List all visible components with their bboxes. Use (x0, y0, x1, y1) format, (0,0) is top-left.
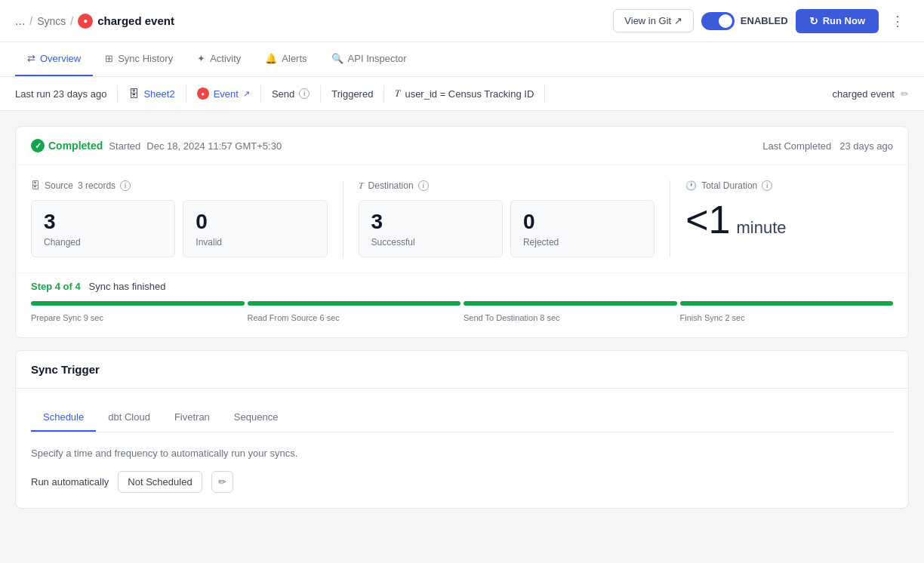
last-completed-ago: 23 days ago (839, 140, 893, 152)
destination-stats: 𝑇 Destination i 3 Successful 0 Rejected (343, 180, 670, 257)
sub-tab-fivetran[interactable]: Fivetran (162, 404, 222, 432)
step-label-1: Prepare Sync 9 sec (31, 313, 245, 322)
trigger-info: Triggered (321, 85, 384, 103)
changed-stat: 3 Changed (31, 200, 175, 257)
source-label: Source (45, 180, 73, 191)
trigger-sub-tabs: Schedule dbt Cloud Fivetran Sequence (31, 404, 893, 432)
last-run-info: Last run 23 days ago (15, 85, 118, 103)
edit-icon[interactable]: ✏ (901, 88, 909, 100)
check-icon: ✓ (31, 139, 45, 152)
duration-display: <1 minute (685, 200, 893, 239)
activity-icon: ✦ (197, 53, 205, 64)
steps-section: Step 4 of 4 Sync has finished (16, 272, 908, 337)
progress-bar-2 (248, 301, 461, 306)
progress-bar-1 (31, 301, 245, 306)
tab-api-inspector[interactable]: 🔍 API Inspector (319, 42, 419, 76)
duration-value: <1 (685, 200, 730, 239)
topbar-actions: View in Git ↗ ENABLED ↻ Run Now ⋮ (613, 8, 909, 34)
step-label-2: Read From Source 6 sec (248, 313, 461, 322)
progress-bars (31, 301, 893, 306)
step-indicator: Step 4 of 4 (31, 281, 81, 292)
duration-info-icon[interactable]: i (762, 180, 772, 191)
destination-label: Destination (368, 180, 414, 191)
edit-schedule-button[interactable]: ✏ (211, 471, 233, 493)
destination-link[interactable]: Event (214, 88, 239, 100)
dest-dest-icon: 𝑇 (359, 180, 364, 191)
completed-header: ✓ Completed Started Dec 18, 2024 11:57 G… (16, 127, 908, 165)
sync-status-icon: ● (78, 14, 93, 29)
source-title: 🗄 Source 3 records i (31, 180, 328, 191)
page-title: charged event (97, 14, 174, 27)
destination-info-icon[interactable]: i (418, 180, 429, 191)
source-info-icon[interactable]: i (120, 180, 131, 191)
sub-tab-dbt-cloud[interactable]: dbt Cloud (96, 404, 162, 432)
tab-activity[interactable]: ✦ Activity (185, 42, 253, 76)
tab-sync-history[interactable]: ⊞ Sync History (93, 42, 185, 76)
changed-value: 3 (44, 210, 162, 234)
stats-row: 🗄 Source 3 records i 3 Changed 0 Invalid (31, 180, 893, 257)
destination-info: ● Event ↗ (186, 85, 261, 103)
tab-overview[interactable]: ⇄ Overview (15, 42, 93, 76)
sync-name-info: charged event ✏ (833, 88, 909, 100)
duration-unit: minute (736, 218, 786, 238)
completed-label: Completed (48, 140, 103, 152)
trigger-header: Sync Trigger (16, 351, 908, 389)
source-count: 3 records (78, 180, 116, 191)
trigger-description: Specify a time and frequency to automati… (31, 448, 893, 459)
successful-value: 3 (371, 210, 490, 234)
bell-icon: 🔔 (265, 53, 277, 64)
started-date: Dec 18, 2024 11:57 GMT+5:30 (146, 140, 282, 152)
successful-stat: 3 Successful (359, 200, 503, 257)
sync-trigger-card: Sync Trigger Schedule dbt Cloud Fivetran… (15, 350, 909, 509)
not-scheduled-badge: Not Scheduled (118, 471, 202, 493)
breadcrumb: ... / Syncs / ● charged event (15, 14, 174, 29)
completed-info-right: Last Completed 23 days ago (762, 140, 893, 152)
rejected-label: Rejected (523, 237, 642, 248)
run-now-button[interactable]: ↻ Run Now (796, 9, 879, 33)
destination-numbers: 3 Successful 0 Rejected (359, 200, 655, 257)
source-info: 🗄 Sheet2 (118, 85, 186, 103)
nav-tabs: ⇄ Overview ⊞ Sync History ✦ Activity 🔔 A… (0, 42, 924, 77)
mapping-value: user_id = Census Tracking ID (405, 88, 534, 100)
invalid-stat: 0 Invalid (183, 200, 327, 257)
enabled-toggle[interactable] (701, 12, 735, 30)
view-in-git-button[interactable]: View in Git ↗ (613, 9, 694, 32)
syncs-breadcrumb[interactable]: Syncs (37, 15, 66, 27)
sync-name-label: charged event (833, 88, 895, 100)
enabled-toggle-wrap: ENABLED (701, 12, 788, 30)
operation-info-icon[interactable]: i (299, 88, 310, 99)
successful-label: Successful (371, 237, 490, 248)
sub-tab-sequence[interactable]: Sequence (222, 404, 291, 432)
rejected-stat: 0 Rejected (510, 200, 654, 257)
completed-badge: ✓ Completed (31, 139, 103, 152)
bar-4 (680, 301, 894, 306)
bar-1 (31, 301, 245, 306)
operation-info: Send i (261, 85, 321, 103)
sync-history-icon: ⊞ (105, 53, 113, 64)
more-options-button[interactable]: ⋮ (886, 8, 909, 34)
rejected-value: 0 (523, 210, 642, 234)
main-content: ✓ Completed Started Dec 18, 2024 11:57 G… (0, 111, 924, 524)
step-label-3: Send To Destination 8 sec (464, 313, 677, 322)
changed-label: Changed (44, 237, 162, 248)
breadcrumb-sep-2: / (70, 15, 73, 27)
operation-label: Send (272, 88, 294, 100)
progress-bar-4 (680, 301, 894, 306)
source-link[interactable]: Sheet2 (143, 88, 174, 100)
dest-icon: ● (197, 88, 209, 100)
last-run-label: Last run 23 days ago (15, 88, 106, 100)
mapping-info: 𝑇 user_id = Census Tracking ID (384, 85, 545, 103)
tab-alerts[interactable]: 🔔 Alerts (253, 42, 319, 76)
toggle-label: ENABLED (741, 15, 788, 26)
tab-overview-label: Overview (40, 53, 81, 64)
tab-alerts-label: Alerts (282, 53, 306, 64)
breadcrumb-sep-1: / (29, 15, 32, 27)
last-completed-label: Last Completed (762, 140, 831, 152)
destination-title: 𝑇 Destination i (359, 180, 655, 191)
topbar: ... / Syncs / ● charged event View in Gi… (0, 0, 924, 42)
started-label: Started (109, 140, 140, 152)
duration-label: Total Duration (701, 180, 757, 191)
home-breadcrumb[interactable]: ... (15, 14, 25, 28)
source-numbers: 3 Changed 0 Invalid (31, 200, 328, 257)
sub-tab-schedule[interactable]: Schedule (31, 404, 96, 432)
